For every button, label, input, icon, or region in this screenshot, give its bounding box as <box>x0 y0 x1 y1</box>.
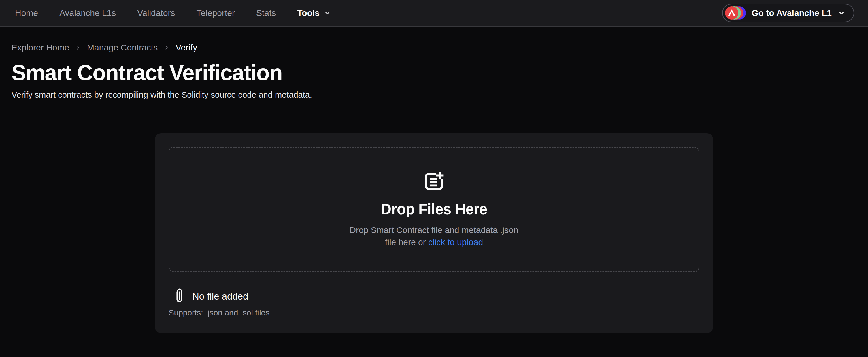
avalanche-mountain-glyph <box>725 6 738 20</box>
page-subtitle: Verify smart contracts by recompiling wi… <box>11 90 857 100</box>
nav-item-avalanche-l1s[interactable]: Avalanche L1s <box>59 8 116 18</box>
document-add-icon <box>423 171 445 193</box>
dropzone-heading: Drop Files Here <box>381 201 487 218</box>
file-status-text: No file added <box>192 291 248 302</box>
nav-item-validators[interactable]: Validators <box>137 8 175 18</box>
chevron-down-icon <box>323 9 331 17</box>
page-title: Smart Contract Verification <box>11 60 857 85</box>
nav-item-tools-label: Tools <box>297 8 319 18</box>
file-status-row: No file added <box>168 288 700 305</box>
paperclip-icon <box>174 288 185 305</box>
main-content: Explorer Home Manage Contracts Verify Sm… <box>0 43 868 333</box>
nav-item-teleporter[interactable]: Teleporter <box>196 8 235 18</box>
dropzone-description: Drop Smart Contract file and metadata .j… <box>349 224 518 248</box>
avalanche-logo-cluster <box>725 6 746 20</box>
go-to-avalanche-l1-button[interactable]: Go to Avalanche L1 <box>722 4 854 22</box>
breadcrumb-manage-contracts[interactable]: Manage Contracts <box>87 43 158 53</box>
go-to-avalanche-l1-label: Go to Avalanche L1 <box>751 8 832 18</box>
breadcrumb-current-verify: Verify <box>176 43 197 53</box>
nav-item-stats[interactable]: Stats <box>256 8 276 18</box>
verification-card: Drop Files Here Drop Smart Contract file… <box>155 133 713 333</box>
nav-item-tools[interactable]: Tools <box>297 8 331 18</box>
chevron-right-icon <box>75 44 81 51</box>
breadcrumb-explorer-home[interactable]: Explorer Home <box>11 43 69 53</box>
top-navigation-bar: Home Avalanche L1s Validators Teleporter… <box>0 0 868 27</box>
dropzone-description-line1: Drop Smart Contract file and metadata .j… <box>349 225 518 235</box>
nav-item-home[interactable]: Home <box>15 8 38 18</box>
chevron-right-icon <box>163 44 170 51</box>
nav-items: Home Avalanche L1s Validators Teleporter… <box>15 8 331 18</box>
supported-files-text: Supports: .json and .sol files <box>168 308 700 318</box>
nav-right: Go to Avalanche L1 <box>722 4 854 22</box>
click-to-upload-link[interactable]: click to upload <box>428 237 483 247</box>
file-dropzone[interactable]: Drop Files Here Drop Smart Contract file… <box>168 147 700 272</box>
avalanche-logo-icon <box>725 6 738 20</box>
chevron-down-icon <box>837 9 845 17</box>
dropzone-description-line2: file here or <box>385 237 426 247</box>
breadcrumb: Explorer Home Manage Contracts Verify <box>11 43 857 53</box>
